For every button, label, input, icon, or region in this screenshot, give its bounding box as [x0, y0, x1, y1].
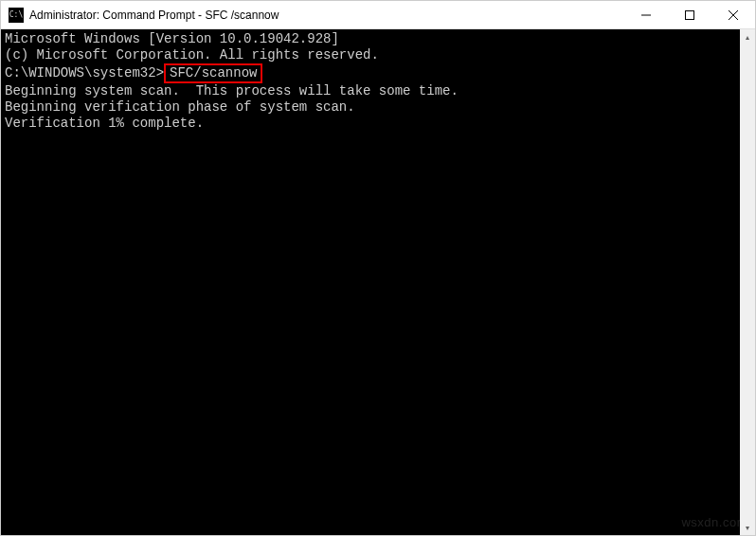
minimize-button[interactable] — [624, 1, 668, 28]
close-button[interactable] — [711, 1, 755, 28]
command-text: SFC/scannow — [170, 65, 257, 80]
titlebar[interactable]: C:\ Administrator: Command Prompt - SFC … — [1, 1, 755, 29]
terminal-area: Microsoft Windows [Version 10.0.19042.92… — [1, 29, 755, 535]
terminal-output[interactable]: Microsoft Windows [Version 10.0.19042.92… — [1, 29, 740, 535]
prompt-line: C:\WINDOWS\system32>SFC/scannow — [5, 63, 736, 83]
prompt-prefix: C:\WINDOWS\system32> — [5, 65, 164, 80]
maximize-button[interactable] — [668, 1, 711, 28]
output-line: Beginning system scan. This process will… — [5, 83, 736, 99]
output-line: Verification 1% complete. — [5, 116, 736, 132]
watermark-text: wsxdn.com — [681, 515, 747, 529]
output-line: Beginning verification phase of system s… — [5, 99, 736, 116]
output-line: (c) Microsoft Corporation. All rights re… — [5, 47, 736, 63]
command-prompt-window: C:\ Administrator: Command Prompt - SFC … — [0, 0, 756, 536]
window-title: Administrator: Command Prompt - SFC /sca… — [29, 9, 624, 22]
command-highlight: SFC/scannow — [164, 63, 262, 83]
cmd-icon: C:\ — [9, 8, 24, 23]
output-line: Microsoft Windows [Version 10.0.19042.92… — [5, 31, 736, 47]
vertical-scrollbar[interactable]: ▴ ▾ — [740, 29, 755, 535]
scroll-up-arrow-icon[interactable]: ▴ — [740, 29, 755, 45]
svg-rect-1 — [686, 10, 694, 19]
window-controls — [624, 1, 755, 28]
